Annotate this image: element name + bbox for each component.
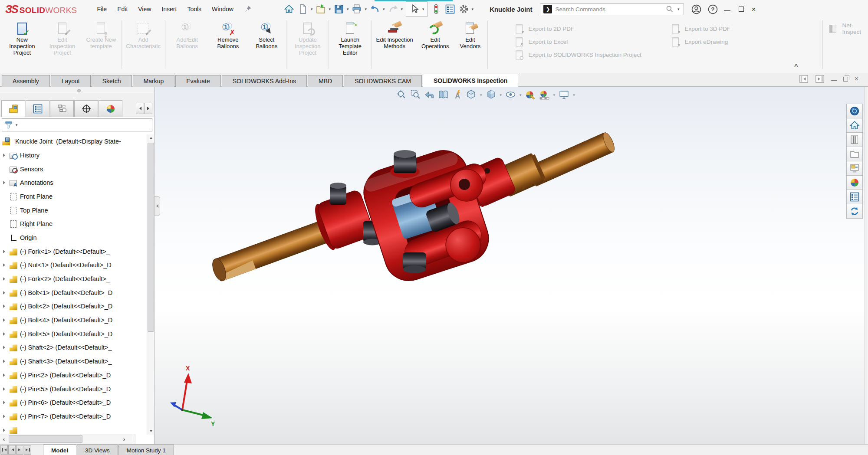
- expand-arrow-icon[interactable]: [0, 399, 9, 406]
- expand-arrow-icon[interactable]: [0, 166, 9, 173]
- scrollbar-thumb[interactable]: [148, 143, 154, 332]
- feature-tree-item[interactable]: Origin: [0, 231, 147, 245]
- commandmanager-tab[interactable]: SOLIDWORKS Inspection: [423, 74, 518, 87]
- print-button[interactable]: [350, 2, 364, 16]
- tree-horizontal-scrollbar[interactable]: ‹ ›: [0, 434, 135, 444]
- model-3d-knuckle-joint[interactable]: [155, 87, 865, 444]
- undo-dropdown-icon[interactable]: ▾: [383, 7, 385, 11]
- zoom-to-fit-icon[interactable]: [396, 89, 408, 101]
- print-dropdown-icon[interactable]: ▾: [365, 7, 367, 11]
- view-settings-dropdown-icon[interactable]: ▾: [573, 93, 575, 97]
- panel-tab-scroll-right[interactable]: [144, 103, 152, 114]
- feature-tree-root[interactable]: Knuckle Joint (Default<Display State-: [0, 134, 147, 148]
- feature-tree-item[interactable]: Right Plane: [0, 217, 147, 231]
- ribbon-button[interactable]: Create New template: [82, 20, 120, 49]
- expand-arrow-icon[interactable]: [0, 331, 9, 337]
- commandmanager-tab[interactable]: Sketch: [92, 75, 132, 87]
- close-document-button[interactable]: ×: [855, 75, 858, 82]
- expand-arrow-icon[interactable]: [0, 220, 9, 227]
- ribbon-button[interactable]: Edit Vendors: [454, 20, 486, 49]
- zoom-to-area-icon[interactable]: [410, 89, 421, 101]
- view-orientation-dropdown-icon[interactable]: ▾: [480, 93, 482, 97]
- file-explorer-icon[interactable]: [846, 147, 863, 161]
- ribbon-export-item[interactable]: Net-Inspect: [827, 22, 868, 35]
- ribbon-export-item[interactable]: Export to Excel: [513, 35, 669, 48]
- ribbon-export-item[interactable]: Export to 2D PDF: [513, 22, 669, 35]
- ribbon-button[interactable]: Edit Operations: [416, 20, 454, 49]
- expand-arrow-icon[interactable]: [0, 386, 9, 393]
- restore-document-button[interactable]: [843, 77, 848, 82]
- ribbon-button[interactable]: Select Balloons: [248, 20, 285, 49]
- previous-view-icon[interactable]: [424, 89, 435, 101]
- bottom-tab[interactable]: Motion Study 1: [118, 445, 174, 455]
- hide-show-dropdown-icon[interactable]: ▾: [519, 93, 522, 97]
- graphics-area[interactable]: A ▾ ▾ ▾ ▾ ▾ X Y: [155, 87, 865, 444]
- last-tab-button[interactable]: [24, 445, 31, 455]
- expand-arrow-icon[interactable]: [0, 275, 9, 282]
- apply-scene-dropdown-icon[interactable]: ▾: [553, 93, 556, 97]
- design-library-icon[interactable]: [846, 132, 863, 147]
- feature-tree-item[interactable]: Top Plane: [0, 203, 147, 217]
- select-dropdown-icon[interactable]: ▾: [422, 7, 424, 11]
- appearances-scenes-icon[interactable]: [846, 175, 863, 190]
- stoplight-icon[interactable]: [429, 2, 443, 16]
- feature-tree-item[interactable]: (-) Pin<6> (Default<<Default>_D: [0, 396, 147, 409]
- search-dropdown-icon[interactable]: ▾: [677, 7, 680, 11]
- feature-tree-item[interactable]: Annotations: [0, 176, 147, 190]
- tree-filter-input[interactable]: ▾: [2, 118, 152, 131]
- feature-tree-item[interactable]: (-) Bolt<4> (Default<<Default>_D: [0, 313, 147, 327]
- ribbon-button[interactable]: Add/Edit Balloons: [167, 20, 207, 49]
- feature-tree-item[interactable]: (-) Fork<2> (Default<<Default>_: [0, 272, 147, 286]
- tab-featuremanager-design-tree[interactable]: [1, 100, 25, 117]
- feature-tree-item[interactable]: (-) Shaft<2> (Default<<Default>_: [0, 341, 147, 355]
- close-window-button[interactable]: ×: [751, 6, 756, 13]
- custom-properties-icon[interactable]: [846, 190, 863, 204]
- ribbon-button[interactable]: Update Inspection Project: [288, 20, 327, 56]
- expand-arrow-icon[interactable]: [0, 179, 9, 186]
- expand-arrow-icon[interactable]: [0, 152, 9, 159]
- home-button[interactable]: [282, 2, 296, 16]
- expand-arrow-icon[interactable]: [0, 289, 9, 296]
- expand-arrow-icon[interactable]: [0, 207, 9, 214]
- tree-vertical-scrollbar[interactable]: [147, 134, 154, 435]
- redo-button[interactable]: [386, 2, 400, 16]
- commandmanager-tab[interactable]: MBD: [308, 75, 343, 87]
- feature-tree-item[interactable]: History: [0, 148, 147, 162]
- menu-item[interactable]: Tools: [182, 3, 207, 16]
- bottom-tab[interactable]: Model: [43, 445, 76, 455]
- scrollbar-thumb[interactable]: [9, 435, 82, 443]
- feature-tree-item[interactable]: (-) Fork<1> (Default<<Default>_: [0, 245, 147, 259]
- ribbon-export-item[interactable]: Export to SOLIDWORKS Inspection Project: [513, 48, 669, 61]
- search-input[interactable]: [555, 6, 662, 13]
- feature-tree-item[interactable]: Front Plane: [0, 190, 147, 203]
- new-document-dropdown-icon[interactable]: ▾: [311, 7, 313, 11]
- tab-propertymanager[interactable]: [26, 100, 49, 117]
- feature-tree-item[interactable]: (-) Shaft<3> (Default<<Default>_: [0, 354, 147, 368]
- new-document-button[interactable]: [296, 2, 310, 16]
- expand-arrow-icon[interactable]: [0, 372, 9, 379]
- view-settings-icon[interactable]: [558, 89, 570, 101]
- menu-item[interactable]: Window: [207, 3, 239, 16]
- collapse-panel-left-icon[interactable]: [799, 74, 809, 84]
- expand-arrow-icon[interactable]: [0, 317, 9, 324]
- commandmanager-tab[interactable]: SOLIDWORKS CAM: [344, 75, 422, 87]
- expand-arrow-icon[interactable]: [0, 193, 9, 200]
- settings-dropdown-icon[interactable]: ▾: [472, 7, 474, 11]
- tab-displaymanager[interactable]: [99, 100, 122, 117]
- commandmanager-tab[interactable]: Evaluate: [175, 75, 220, 87]
- menu-item[interactable]: Edit: [112, 3, 133, 16]
- scroll-up-arrow[interactable]: [147, 134, 155, 142]
- redo-dropdown-icon[interactable]: ▾: [401, 7, 403, 11]
- panel-splitter-handle[interactable]: [0, 87, 154, 93]
- feature-tree-item[interactable]: [0, 423, 147, 435]
- collapse-ribbon-button[interactable]: ^: [794, 62, 798, 70]
- save-dropdown-icon[interactable]: ▾: [347, 7, 349, 11]
- menu-item[interactable]: File: [92, 3, 112, 16]
- tab-dimxpertmanager[interactable]: [74, 100, 98, 117]
- ribbon-button[interactable]: Edit Inspection Project: [43, 20, 82, 56]
- display-options-button[interactable]: [443, 2, 457, 16]
- expand-arrow-icon[interactable]: [0, 344, 9, 351]
- feature-tree-item[interactable]: (-) Nut<1> (Default<<Default>_D: [0, 259, 147, 272]
- expand-arrow-icon[interactable]: [0, 358, 9, 365]
- panel-tab-scroll-left[interactable]: [136, 103, 144, 114]
